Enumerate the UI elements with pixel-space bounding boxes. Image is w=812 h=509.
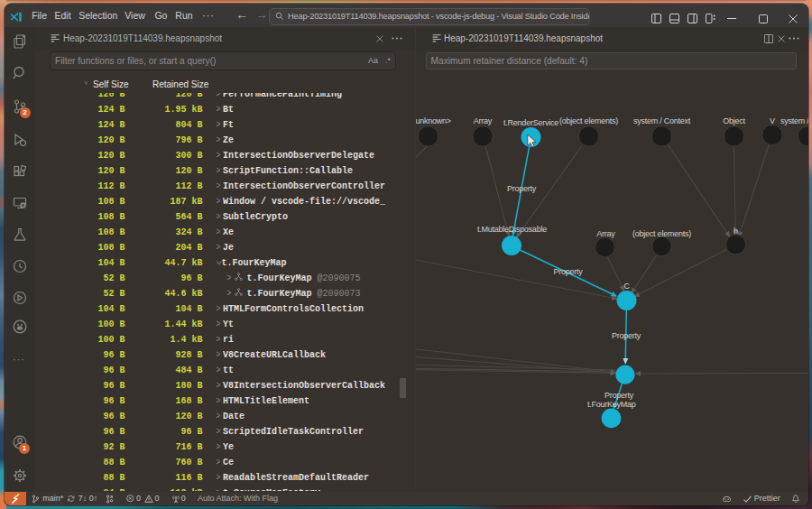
svg-text:t.FourKeyMap: t.FourKeyMap bbox=[587, 400, 636, 409]
svg-text:Object: Object bbox=[723, 116, 745, 125]
svg-text:system / C: system / C bbox=[780, 116, 808, 125]
svg-text:unknown>: unknown> bbox=[416, 116, 451, 125]
svg-text:t.RenderService: t.RenderService bbox=[503, 118, 558, 127]
svg-text:h: h bbox=[734, 227, 738, 236]
svg-text:Property: Property bbox=[604, 391, 634, 400]
svg-text:(object elements): (object elements) bbox=[632, 229, 691, 238]
svg-text:Property: Property bbox=[612, 331, 641, 340]
svg-text:Array: Array bbox=[474, 116, 493, 125]
svg-text:t.MutableDisposable: t.MutableDisposable bbox=[477, 225, 547, 234]
svg-text:Array: Array bbox=[596, 229, 615, 238]
svg-text:system / Context: system / Context bbox=[633, 116, 691, 125]
svg-text:Property: Property bbox=[507, 184, 537, 193]
svg-text:Property: Property bbox=[553, 267, 583, 276]
svg-text:(object elements): (object elements) bbox=[559, 116, 618, 125]
svg-text:C: C bbox=[623, 282, 630, 291]
svg-text:V: V bbox=[770, 116, 775, 125]
